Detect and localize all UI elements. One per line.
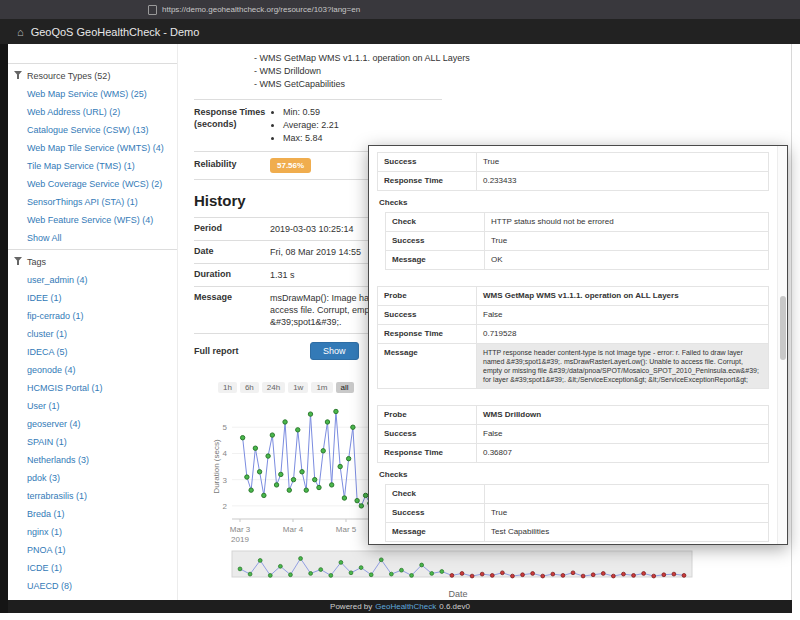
sidebar-item-resource-type[interactable]: Web Map Service (WMS) (25) [14,85,173,103]
range-button-6h[interactable]: 6h [240,382,259,393]
data-point[interactable] [325,420,329,424]
sidebar-item-tag[interactable]: geoserver (4) [14,415,173,433]
sidebar-item-resource-type[interactable]: Web Coverage Service (WCS) (2) [14,175,173,193]
data-point[interactable] [304,488,308,492]
data-point[interactable] [334,409,338,413]
range-button-1w[interactable]: 1w [288,382,308,393]
sidebar-item-tag[interactable]: User (1) [14,397,173,415]
navigator-point-fail[interactable] [682,574,686,578]
data-point[interactable] [257,470,261,474]
navigator-point-ok[interactable] [278,564,282,568]
navigator-point-ok[interactable] [289,573,293,577]
sidebar-item-resource-type[interactable]: Tile Map Service (TMS) (1) [14,157,173,175]
site-info-icon[interactable] [148,5,157,15]
navigator-point-ok[interactable] [339,561,343,565]
data-point[interactable] [313,477,317,481]
navigator-point-fail[interactable] [470,574,474,578]
navigator-point-fail[interactable] [571,571,575,575]
navigator-point-fail[interactable] [500,571,504,575]
navigator-point-fail[interactable] [511,574,515,578]
navigator-point-fail[interactable] [551,572,555,576]
data-point[interactable] [308,412,312,416]
navigator-point-ok[interactable] [440,570,444,574]
navigator-point-ok[interactable] [369,573,373,577]
data-point[interactable] [359,504,363,508]
navigator-point-fail[interactable] [581,574,585,578]
data-point[interactable] [270,433,274,437]
data-point[interactable] [296,428,300,432]
sidebar-item-resource-type[interactable]: Web Address (URL) (2) [14,103,173,121]
navigator-point-ok[interactable] [400,568,404,572]
sidebar-item-resource-type[interactable]: Web Map Tile Service (WMTS) (4) [14,139,173,157]
sidebar-item-tag[interactable]: pdok (3) [14,469,173,487]
modal-scrollbar-thumb[interactable] [780,296,786,360]
brand-link[interactable]: GeoQoS GeoHealthCheck - Demo [31,26,200,38]
modal-scrollbar[interactable] [777,146,787,544]
navigator-point-fail[interactable] [460,572,464,576]
navigator-point-fail[interactable] [521,573,525,577]
home-icon[interactable]: ⌂ [17,26,24,38]
sidebar-item-tag[interactable]: Netherlands (3) [14,451,173,469]
sidebar-item-tag[interactable]: IDEE (1) [14,289,173,307]
range-button-24h[interactable]: 24h [262,382,285,393]
range-button-all[interactable]: all [336,382,354,393]
sidebar-item-resource-type[interactable]: Show All [14,229,173,247]
navigator-point-fail[interactable] [672,572,676,576]
navigator-point-ok[interactable] [389,572,393,576]
navigator-point-fail[interactable] [601,572,605,576]
navigator-point-fail[interactable] [611,574,615,578]
navigator-point-fail[interactable] [632,574,636,578]
data-point[interactable] [291,477,295,481]
sidebar-item-tag[interactable]: PNOA (1) [14,541,173,559]
navigator-point-fail[interactable] [642,572,646,576]
navigator-point-ok[interactable] [430,572,434,576]
data-point[interactable] [346,456,350,460]
navigator-point-fail[interactable] [450,574,454,578]
data-point[interactable] [266,454,270,458]
geohealthcheck-link[interactable]: GeoHealthCheck [375,602,436,611]
navigator-point-ok[interactable] [258,559,262,563]
sidebar-item-tag[interactable]: HCMGIS Portal (1) [14,379,173,397]
navigator-point-ok[interactable] [309,572,313,576]
navigator-point-ok[interactable] [329,574,333,578]
navigator-point-fail[interactable] [480,572,484,576]
sidebar-item-tag[interactable]: terrabrasilis (1) [14,487,173,505]
navigator-point-fail[interactable] [490,574,494,578]
navigator-point-ok[interactable] [248,572,252,576]
navigator-point-ok[interactable] [379,558,383,562]
data-point[interactable] [245,475,249,479]
data-point[interactable] [329,483,333,487]
chart-navigator[interactable] [208,549,723,583]
range-button-1m[interactable]: 1m [311,382,332,393]
sidebar-item-tag[interactable]: user_admin (4) [14,271,173,289]
sidebar-item-tag[interactable]: Breda (1) [14,505,173,523]
data-point[interactable] [240,436,244,440]
navigator-point-ok[interactable] [349,571,353,575]
sidebar-item-tag[interactable]: fip-cerrado (1) [14,307,173,325]
sidebar-item-resource-type[interactable]: Catalogue Service (CSW) (13) [14,121,173,139]
sidebar-item-resource-type[interactable]: Web Feature Service (WFS) (4) [14,211,173,229]
navigator-point-ok[interactable] [238,567,242,571]
navigator-point-fail[interactable] [591,573,595,577]
navigator-point-ok[interactable] [410,574,414,578]
data-point[interactable] [351,425,355,429]
navigator-point-fail[interactable] [531,572,535,576]
data-point[interactable] [317,485,321,489]
sidebar-item-tag[interactable]: cluster (1) [14,325,173,343]
data-point[interactable] [321,449,325,453]
data-point[interactable] [355,498,359,502]
data-point[interactable] [287,488,291,492]
sidebar-item-tag[interactable]: nginx (1) [14,523,173,541]
navigator-point-fail[interactable] [652,574,656,578]
navigator-point-fail[interactable] [541,574,545,578]
data-point[interactable] [279,472,283,476]
navigator-point-fail[interactable] [662,573,666,577]
sidebar-item-tag[interactable]: ICDE (1) [14,559,173,577]
data-point[interactable] [262,493,266,497]
data-point[interactable] [274,483,278,487]
address-bar[interactable]: https://demo.geohealthcheck.org/resource… [148,5,360,15]
data-point[interactable] [253,446,257,450]
sidebar-item-tag[interactable]: UAECD (8) [14,577,173,595]
navigator-point-fail[interactable] [561,574,565,578]
navigator-point-ok[interactable] [420,563,424,567]
